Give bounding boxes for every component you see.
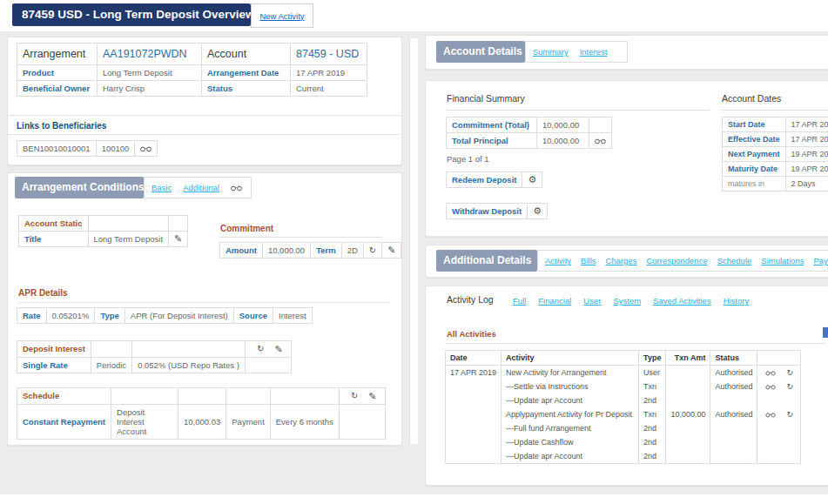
account-static-table: Account Static Title Long Term Deposit ✎ — [18, 215, 188, 247]
fs-value: 10,000.00 — [537, 118, 589, 133]
schedule-account: Deposit Interest Account — [111, 404, 178, 439]
activity-log-link[interactable]: System — [613, 296, 641, 306]
fs-label: Commitment (Total) — [447, 118, 537, 133]
activity-type: 2nd — [639, 421, 666, 435]
field-label: Account — [202, 44, 291, 65]
edit-icon[interactable]: ✎ — [387, 245, 395, 255]
new-activity-button[interactable]: New Activity — [251, 3, 313, 28]
col-txn-amt: Txn Amt — [666, 351, 710, 366]
view-icon[interactable] — [140, 144, 151, 153]
history-icon[interactable]: ↻ — [786, 383, 793, 391]
additional-details-link[interactable]: Activity — [545, 256, 571, 265]
edit-icon[interactable]: ✎ — [368, 392, 376, 401]
account-dates-row: Effective Date 17 APR 2019 — [723, 132, 828, 147]
beneficiary-code: 100100 — [96, 141, 135, 157]
amount-value: 10,000.00 — [262, 243, 310, 259]
activity-log-link[interactable]: User — [583, 296, 601, 306]
arrangement-summary-row: Product Long Term Deposit Arrangement Da… — [17, 65, 367, 81]
redeem-deposit-button[interactable]: Redeem Deposit ⚙ — [446, 171, 542, 188]
additional-details-link[interactable]: Correspondence — [646, 256, 707, 265]
activity-desc: ---Update apr Account — [502, 393, 639, 407]
refresh-icon[interactable]: ↻ — [351, 392, 358, 400]
financial-summary-row: Total Principal 10,000.00 — [447, 133, 612, 149]
left-frame-scrollbar[interactable] — [409, 38, 418, 444]
financial-summary-title: Financial Summary — [447, 93, 525, 104]
col-date: Date — [446, 351, 502, 366]
activity-status: Authorised — [710, 380, 757, 393]
activity-date — [446, 435, 502, 449]
activity-log-link[interactable]: Full — [513, 296, 526, 306]
all-activities-title: All Activities — [447, 329, 496, 339]
activity-amt — [666, 421, 710, 435]
single-rate-label: Single Rate — [17, 357, 91, 373]
withdraw-deposit-button[interactable]: Withdraw Deposit ⚙ — [446, 203, 548, 219]
history-icon[interactable]: ↻ — [786, 411, 793, 419]
view-icon[interactable] — [765, 383, 776, 391]
additional-details-link[interactable]: Simulations — [761, 256, 804, 265]
additional-details-link[interactable]: Charges — [606, 256, 637, 265]
gear-icon[interactable]: ⚙ — [528, 175, 536, 185]
date-label: matures in — [723, 177, 786, 192]
activity-status — [710, 449, 757, 464]
view-icon[interactable] — [765, 411, 776, 419]
activity-row: ---Settle via Instructions Txn Authorise… — [446, 380, 801, 393]
redeem-deposit-label[interactable]: Redeem Deposit — [447, 172, 522, 188]
refresh-icon[interactable]: ↻ — [369, 246, 376, 255]
activity-log-link[interactable]: History — [724, 296, 750, 306]
commitment-title: Commitment — [220, 224, 273, 233]
divider — [8, 134, 400, 135]
activity-log-link[interactable]: Financial — [538, 296, 571, 306]
conditions-link[interactable]: Basic — [151, 183, 172, 192]
gear-icon[interactable]: ⚙ — [533, 206, 542, 216]
activity-status — [710, 435, 757, 449]
field-value: 87459 - USD — [291, 44, 367, 65]
activity-type: 2nd — [639, 393, 666, 407]
date-value: 19 APR 2019 — [785, 147, 828, 162]
account-details-link[interactable]: Interest — [580, 47, 608, 57]
activity-type: 2nd — [639, 449, 666, 464]
date-value: 19 APR 2019 — [785, 162, 828, 177]
activity-row: 17 APR 2019 New Activity for Arrangement… — [446, 366, 801, 380]
refresh-icon[interactable]: ↻ — [257, 345, 264, 353]
rate-label: Rate — [17, 308, 47, 324]
activity-amt — [666, 435, 710, 449]
app-window: 87459 USD - Long Term Deposit Overview N… — [0, 0, 828, 504]
date-label: Effective Date — [723, 132, 786, 147]
deposit-interest-table: Deposit Interest ↻ ✎ Single Rate Periodi… — [17, 340, 292, 373]
edit-icon[interactable]: ✎ — [274, 345, 282, 354]
conditions-link[interactable]: Additional — [183, 183, 219, 192]
footer-background-strip — [0, 494, 828, 504]
activity-date — [446, 421, 502, 435]
fs-value: 10,000.00 — [537, 133, 589, 149]
field-label: Beneficial Owner — [17, 81, 98, 97]
view-icon[interactable] — [231, 181, 242, 195]
additional-details-link[interactable]: Schedule — [717, 256, 752, 265]
history-icon[interactable]: ↻ — [786, 369, 793, 377]
beneficiaries-panel: Links to Beneficiaries BEN10010010001 10… — [7, 115, 402, 165]
activity-log-link[interactable]: Saved Activities — [653, 296, 711, 306]
account-details-link[interactable]: Summary — [533, 47, 569, 57]
apr-details-title: APR Details — [18, 288, 68, 298]
view-icon[interactable] — [595, 137, 606, 145]
field-label: Arrangement — [17, 44, 98, 65]
activity-amt — [666, 449, 710, 464]
source-value: Interest — [273, 308, 313, 324]
schedule-type: Payment — [226, 404, 271, 439]
edit-icon[interactable]: ✎ — [174, 234, 182, 244]
activity-row: ---Update apr Account 2nd ↻ — [446, 393, 801, 407]
field-value: Long Term Deposit — [98, 65, 202, 81]
activity-desc: ---Full fund Arrangement — [502, 421, 639, 435]
view-icon[interactable] — [765, 369, 776, 377]
activity-desc: Applypayment Activity for Pr Deposit — [502, 407, 639, 421]
arrangement-conditions-links: BasicAdditional — [144, 177, 252, 198]
activity-amt — [666, 393, 710, 407]
export-icon[interactable] — [823, 327, 828, 338]
beneficiary-id: BEN10010010001 — [17, 141, 97, 157]
additional-details-link[interactable]: Bills — [581, 256, 596, 265]
new-activity-link[interactable]: New Activity — [259, 11, 304, 21]
page-indicator: Page 1 of 1 — [447, 154, 489, 164]
divider — [18, 302, 389, 303]
activity-status: Authorised — [710, 366, 757, 380]
additional-details-link[interactable]: Payment — [813, 256, 828, 265]
withdraw-deposit-label[interactable]: Withdraw Deposit — [447, 204, 528, 219]
